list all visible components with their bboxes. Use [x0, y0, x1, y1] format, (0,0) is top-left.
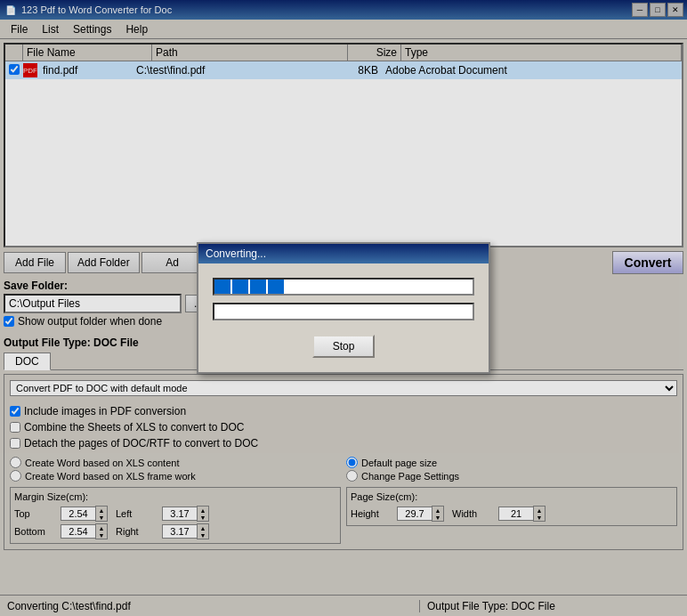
stop-button[interactable]: Stop — [312, 335, 375, 358]
progress-block-3 — [250, 280, 266, 294]
progress-bar-container — [213, 278, 474, 296]
progress-block-4 — [268, 280, 284, 294]
modal-body: Stop — [198, 263, 489, 372]
progress-text-container — [213, 303, 474, 320]
modal-title-bar: Converting... — [198, 244, 489, 263]
progress-block-2 — [232, 280, 248, 294]
modal-title: Converting... — [206, 247, 266, 260]
modal-buttons: Stop — [213, 335, 474, 358]
progress-bar-fill — [214, 280, 473, 294]
modal-overlay: Converting... Stop — [0, 0, 687, 616]
modal-dialog: Converting... Stop — [197, 242, 490, 374]
progress-block-1 — [214, 280, 230, 294]
